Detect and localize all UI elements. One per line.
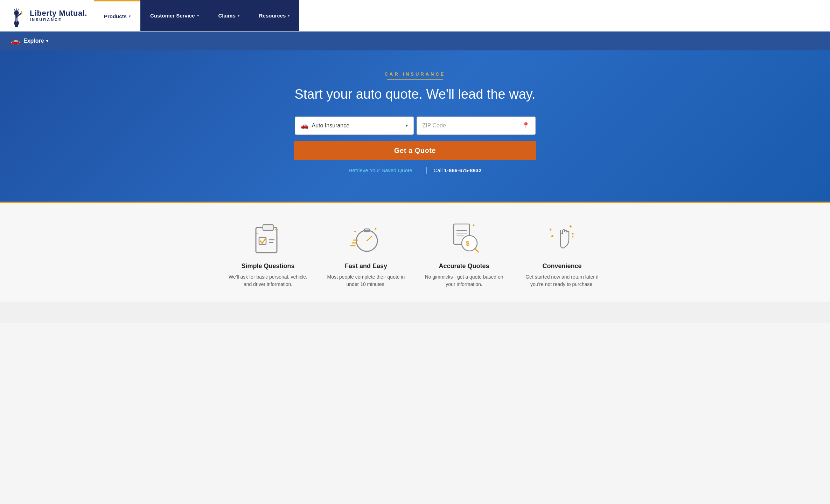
- insurance-type-select[interactable]: Auto Insurance Home Insurance Renters In…: [312, 122, 402, 128]
- zip-code-input-wrap[interactable]: 📍: [417, 117, 536, 135]
- chevron-down-icon: ▾: [129, 14, 131, 18]
- fast-easy-icon: ✦ ✦: [349, 220, 384, 255]
- svg-text:✦: ✦: [274, 227, 278, 232]
- nav-customer-service-label: Customer Service: [150, 13, 195, 19]
- logo-insurance-text: INSURANCE: [30, 18, 87, 22]
- fast-easy-title: Fast and Easy: [324, 262, 408, 270]
- accurate-quotes-desc: No gimmicks - get a quote based on your …: [422, 273, 506, 288]
- subtitle-underline: [387, 79, 443, 80]
- simple-questions-icon: ✦ ✦: [251, 220, 286, 255]
- secondary-links: Retrieve Your Saved Quote Call 1-866-675…: [7, 167, 823, 174]
- car-icon: 🚗: [11, 36, 20, 46]
- insurance-type-select-wrap[interactable]: 🚗 Auto Insurance Home Insurance Renters …: [295, 117, 414, 135]
- svg-text:✦: ✦: [256, 231, 258, 235]
- hero-section: CAR INSURANCE Start your auto quote. We'…: [0, 50, 830, 202]
- chevron-down-icon: ▾: [46, 39, 48, 43]
- quote-form: 🚗 Auto Insurance Home Insurance Renters …: [7, 117, 823, 135]
- convenience-desc: Get started now and return later if you'…: [520, 273, 604, 288]
- explore-button[interactable]: Explore ▾: [23, 38, 48, 44]
- fast-easy-desc: Most people complete their quote in unde…: [324, 273, 408, 288]
- feature-simple-questions: ✦ ✦ Simple Questions We'll ask for basic…: [219, 220, 317, 288]
- svg-text:✦: ✦: [549, 227, 552, 232]
- nav-resources[interactable]: Resources ▾: [249, 0, 300, 31]
- svg-text:✦: ✦: [354, 230, 356, 233]
- svg-line-35: [475, 248, 478, 252]
- get-quote-button[interactable]: Get a Quote: [294, 141, 536, 160]
- convenience-icon: ✦ ✦ ✦: [545, 220, 580, 255]
- svg-text:✦: ✦: [569, 224, 573, 229]
- svg-rect-4: [21, 11, 22, 14]
- logo-brand-name: Liberty Mutual.: [30, 9, 87, 17]
- convenience-title: Convenience: [520, 262, 604, 270]
- svg-text:✦: ✦: [571, 235, 574, 239]
- explore-label-text: Explore: [23, 38, 44, 44]
- simple-questions-title: Simple Questions: [226, 262, 310, 270]
- nav-claims-label: Claims: [218, 13, 236, 19]
- get-quote-btn-wrap: Get a Quote: [7, 141, 823, 160]
- chevron-down-icon: ▾: [238, 14, 239, 18]
- svg-marker-7: [16, 7, 17, 10]
- svg-line-26: [367, 237, 371, 241]
- svg-text:✦: ✦: [472, 223, 475, 228]
- nav-resources-label: Resources: [259, 13, 286, 19]
- chevron-down-icon: ▾: [288, 14, 290, 18]
- chevron-down-icon: ▾: [406, 123, 408, 128]
- nav-products[interactable]: Products ▾: [94, 0, 140, 31]
- hero-title: Start your auto quote. We'll lead the wa…: [7, 86, 823, 103]
- svg-point-5: [14, 10, 19, 16]
- hero-subtitle: CAR INSURANCE: [7, 71, 823, 77]
- logo-area[interactable]: Liberty Mutual. INSURANCE: [0, 0, 94, 31]
- vertical-divider: [426, 167, 427, 174]
- accurate-quotes-title: Accurate Quotes: [422, 262, 506, 270]
- svg-point-42: [551, 235, 553, 237]
- feature-fast-easy: ✦ ✦ Fast and Easy Most people complete t…: [317, 220, 415, 288]
- call-label: Call: [434, 167, 444, 173]
- svg-marker-6: [14, 8, 15, 11]
- main-nav: Products ▾ Customer Service ▾ Claims ▾ R…: [94, 0, 830, 31]
- logo-icon: [7, 4, 26, 28]
- accurate-quotes-icon: $ ✦ ✦: [447, 220, 482, 255]
- features-grid: ✦ ✦ Simple Questions We'll ask for basic…: [0, 203, 830, 302]
- simple-questions-desc: We'll ask for basic personal, vehicle, a…: [226, 273, 310, 288]
- site-header: Liberty Mutual. INSURANCE Products ▾ Cus…: [0, 0, 830, 31]
- car-small-icon: 🚗: [301, 122, 308, 130]
- nav-products-label: Products: [104, 13, 127, 19]
- location-icon: 📍: [522, 122, 530, 130]
- nav-customer-service[interactable]: Customer Service ▾: [140, 0, 209, 31]
- logo-text: Liberty Mutual. INSURANCE: [30, 9, 87, 22]
- svg-rect-14: [263, 225, 273, 230]
- svg-text:$: $: [466, 240, 469, 247]
- features-section: ✦ ✦ Simple Questions We'll ask for basic…: [0, 202, 830, 323]
- phone-number[interactable]: 1-866-675-8932: [444, 167, 482, 173]
- zip-code-input[interactable]: [423, 122, 519, 129]
- feature-accurate-quotes: $ ✦ ✦ Accurate Quotes No gimmicks - get …: [415, 220, 513, 288]
- retrieve-saved-quote-link[interactable]: Retrieve Your Saved Quote: [349, 167, 419, 173]
- nav-claims[interactable]: Claims ▾: [209, 0, 249, 31]
- chevron-down-icon: ▾: [197, 14, 199, 18]
- svg-text:✦: ✦: [374, 226, 377, 231]
- svg-text:✦: ✦: [452, 226, 454, 230]
- svg-point-43: [572, 233, 573, 234]
- explore-bar: 🚗 Explore ▾: [0, 31, 830, 50]
- feature-convenience: ✦ ✦ ✦ Convenience Get started now and re…: [513, 220, 611, 288]
- call-text: Call 1-866-675-8932: [434, 167, 482, 173]
- svg-marker-8: [18, 8, 19, 11]
